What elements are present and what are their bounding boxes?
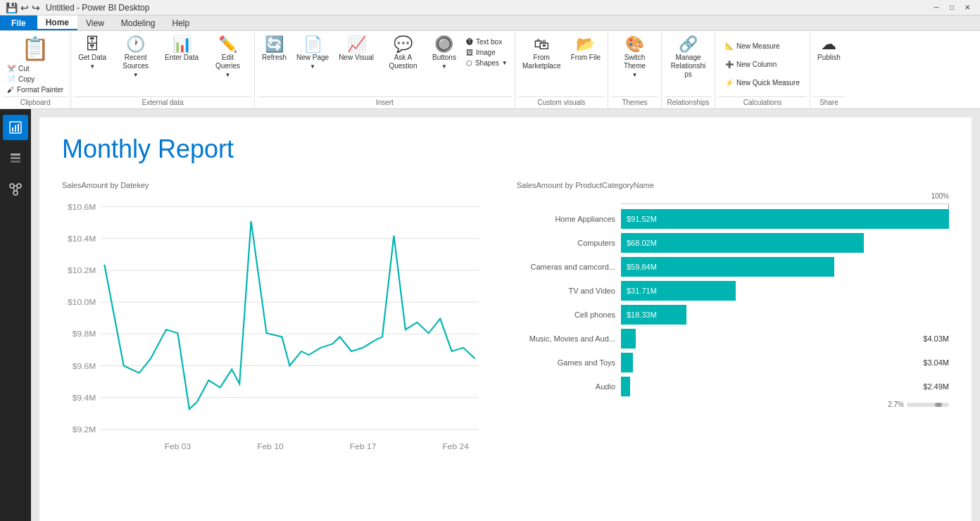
menu-modeling[interactable]: Modeling xyxy=(113,15,164,30)
bar-track[interactable] xyxy=(621,329,915,349)
bar-chart-container[interactable]: SalesAmount by ProductCategoryName 100% … xyxy=(517,181,949,408)
app-container: Monthly Report SalesAmount by Datekey xyxy=(0,109,980,521)
bar-fill: $18.33M xyxy=(621,305,686,325)
buttons-icon: 🔘 xyxy=(434,37,453,52)
scroll-thumb xyxy=(935,403,942,407)
new-visual-button[interactable]: 📈 New Visual xyxy=(334,34,378,63)
new-measure-button[interactable]: 📐 New Measure xyxy=(721,41,804,51)
text-box-button[interactable]: 🅣 Text box xyxy=(462,37,512,47)
line-chart-title: SalesAmount by Datekey xyxy=(62,181,494,189)
cut-button[interactable]: ✂️ Cut xyxy=(3,63,68,74)
new-quick-measure-icon: ⚡ xyxy=(725,79,734,87)
svg-rect-1 xyxy=(12,127,13,132)
clipboard-label: Clipboard xyxy=(3,96,68,108)
custom-visuals-label: Custom visuals xyxy=(518,96,605,108)
line-chart-area: $10.6M $10.4M $10.2M $10.0M $9.8M $9.6M … xyxy=(62,192,494,460)
publish-button[interactable]: ☁ Publish xyxy=(813,34,845,63)
bar-value-outside: $4.03M xyxy=(923,334,949,343)
copy-button[interactable]: 📄 Copy xyxy=(3,74,68,84)
edit-queries-button[interactable]: ✏️ Edit Queries ▼ xyxy=(204,34,251,80)
svg-point-9 xyxy=(13,191,18,195)
menu-bar: File Home View Modeling Help xyxy=(0,15,980,31)
maximize-button[interactable]: □ xyxy=(945,3,959,13)
recent-sources-button[interactable]: 🕐 Recent Sources ▼ xyxy=(112,34,159,80)
close-button[interactable]: ✕ xyxy=(960,3,974,13)
new-quick-measure-button[interactable]: ⚡ New Quick Measure xyxy=(721,77,804,88)
bar-track[interactable] xyxy=(621,353,915,372)
menu-view[interactable]: View xyxy=(77,15,113,30)
bar-track[interactable]: $18.33M xyxy=(621,305,949,325)
image-button[interactable]: 🖼 Image xyxy=(462,47,512,58)
publish-icon: ☁ xyxy=(821,37,836,52)
ribbon-group-relationships: 🔗 Manage Relationships Relationships xyxy=(662,32,715,108)
switch-theme-button[interactable]: 🎨 Switch Theme ▼ xyxy=(611,34,658,80)
new-column-button[interactable]: ➕ New Column xyxy=(721,59,804,70)
recent-sources-icon: 🕐 xyxy=(126,37,145,52)
new-page-button[interactable]: 📄 New Page ▼ xyxy=(292,34,333,72)
window-title: Untitled - Power BI Desktop xyxy=(46,3,149,13)
svg-text:$9.8M: $9.8M xyxy=(73,329,96,339)
refresh-icon: 🔄 xyxy=(265,37,284,52)
buttons-button[interactable]: 🔘 Buttons ▼ xyxy=(428,34,460,72)
scroll-indicator: 2.7% xyxy=(517,401,949,408)
undo-icon[interactable]: ↩ xyxy=(20,2,29,13)
quick-access-toolbar: 💾 ↩ ↪ xyxy=(6,2,40,13)
bar-track[interactable]: $91.52M xyxy=(621,209,949,229)
ask-question-button[interactable]: 💬 Ask A Question xyxy=(379,34,427,72)
new-page-icon: 📄 xyxy=(303,37,322,52)
bar-row: Games and Toys$3.04M xyxy=(517,353,949,372)
from-file-button[interactable]: 📂 From File xyxy=(567,34,605,63)
scroll-track[interactable] xyxy=(907,403,949,407)
enter-data-icon: 📊 xyxy=(172,37,191,52)
charts-row: SalesAmount by Datekey xyxy=(62,181,949,460)
bar-track[interactable] xyxy=(621,377,915,396)
edit-queries-icon: ✏️ xyxy=(218,37,237,52)
bar-track[interactable]: $59.84M xyxy=(621,257,949,277)
bar-label: Computers xyxy=(517,239,615,247)
format-painter-button[interactable]: 🖌 Format Painter xyxy=(3,84,68,95)
manage-relationships-button[interactable]: 🔗 Manage Relationships xyxy=(665,34,712,80)
bar-fill: $31.71M xyxy=(621,281,736,301)
format-painter-icon: 🖌 xyxy=(7,86,14,94)
bar-label: TV and Video xyxy=(517,287,615,295)
ribbon-group-custom-visuals: 🛍 From Marketplace 📂 From File Custom vi… xyxy=(515,32,608,108)
menu-help[interactable]: Help xyxy=(164,15,199,30)
sidebar-report-icon[interactable] xyxy=(3,115,28,140)
insert-label: Insert xyxy=(258,96,512,108)
menu-file[interactable]: File xyxy=(0,15,37,30)
bar-row: Audio$2.49M xyxy=(517,377,949,396)
new-measure-icon: 📐 xyxy=(725,42,734,50)
title-bar: 💾 ↩ ↪ Untitled - Power BI Desktop ─ □ ✕ xyxy=(0,0,980,15)
shapes-button[interactable]: ⬡ Shapes ▼ xyxy=(462,58,512,68)
bar-label: Music, Movies and Aud... xyxy=(517,334,615,343)
bar-label: Cell phones xyxy=(517,310,615,319)
ribbon-group-external-data: 🗄 Get Data ▼ 🕐 Recent Sources ▼ 📊 Enter … xyxy=(71,32,255,108)
get-data-button[interactable]: 🗄 Get Data ▼ xyxy=(74,34,111,72)
bar-track[interactable]: $31.71M xyxy=(621,281,949,301)
ribbon-group-share: ☁ Publish Share xyxy=(810,32,848,108)
minimize-button[interactable]: ─ xyxy=(929,3,943,13)
enter-data-button[interactable]: 📊 Enter Data xyxy=(161,34,203,63)
get-data-icon: 🗄 xyxy=(84,37,100,52)
line-chart-container[interactable]: SalesAmount by Datekey xyxy=(62,181,494,460)
sidebar-data-icon[interactable] xyxy=(3,146,28,171)
bar-track[interactable]: $68.02M xyxy=(621,233,949,253)
svg-text:$9.6M: $9.6M xyxy=(73,361,96,370)
redo-icon[interactable]: ↪ xyxy=(32,2,40,13)
new-column-icon: ➕ xyxy=(725,61,734,68)
ribbon-group-clipboard: 📋 ✂️ Cut 📄 Copy 🖌 Format Painter xyxy=(0,32,71,108)
svg-text:Feb 17: Feb 17 xyxy=(350,441,377,451)
svg-rect-4 xyxy=(11,153,20,156)
save-icon[interactable]: 💾 xyxy=(6,2,18,13)
sidebar-relationships-icon[interactable] xyxy=(3,177,28,202)
image-icon: 🖼 xyxy=(466,49,473,56)
from-marketplace-button[interactable]: 🛍 From Marketplace xyxy=(518,34,565,72)
paste-button[interactable]: 📋 xyxy=(15,34,55,63)
window-controls: ─ □ ✕ xyxy=(929,3,974,13)
refresh-button[interactable]: 🔄 Refresh xyxy=(258,34,291,63)
paste-area: 📋 ✂️ Cut 📄 Copy 🖌 Format Painter xyxy=(3,34,68,95)
from-file-icon: 📂 xyxy=(576,37,595,52)
main-canvas: Monthly Report SalesAmount by Datekey xyxy=(31,109,980,521)
menu-home[interactable]: Home xyxy=(37,15,77,30)
bar-label: Audio xyxy=(517,382,615,391)
